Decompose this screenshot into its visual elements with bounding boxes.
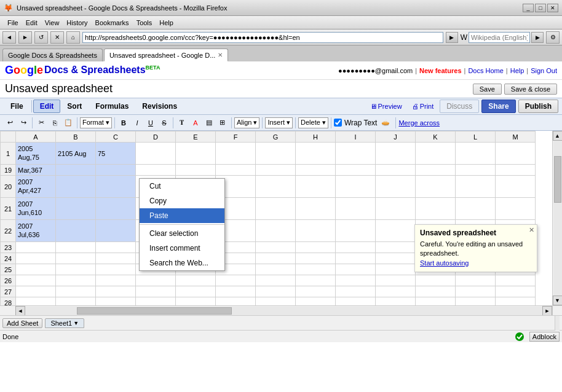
cell-h20[interactable] [296, 176, 336, 198]
scroll-down-button[interactable]: ▼ [553, 296, 563, 305]
undo-button[interactable]: ↩ [4, 117, 16, 129]
cell-h21[interactable] [296, 198, 336, 220]
docs-home-link[interactable]: Docs Home [468, 67, 503, 74]
cell-a19[interactable]: Mar,367 [16, 165, 56, 176]
font-color-button[interactable]: A [189, 117, 202, 129]
font-size-button[interactable]: 𝐓 [176, 117, 188, 129]
cell-f1[interactable] [216, 143, 256, 165]
go-button[interactable]: ▶ [446, 32, 458, 43]
refresh-button[interactable]: ↺ [34, 31, 48, 44]
cell-m20[interactable] [496, 176, 536, 198]
notification-close-button[interactable]: ✕ [529, 226, 534, 234]
scroll-thumb-v[interactable] [554, 156, 561, 203]
scroll-left-button[interactable]: ◄ [15, 306, 25, 316]
cell-k21[interactable] [416, 198, 456, 220]
cell-b22[interactable] [56, 220, 96, 242]
help-link[interactable]: Help [510, 67, 524, 74]
discuss-button[interactable]: Discuss [440, 100, 479, 113]
cell-g22[interactable] [256, 220, 296, 242]
cell-c1[interactable]: 75 [96, 143, 136, 165]
menu-bookmarks[interactable]: Bookmarks [92, 18, 133, 28]
formulas-button[interactable]: Formulas [89, 100, 135, 113]
cell-b20[interactable] [56, 176, 96, 198]
cell-j19[interactable] [376, 165, 416, 176]
cell-c21[interactable] [96, 198, 136, 220]
revisions-button[interactable]: Revisions [135, 100, 184, 113]
cell-k20[interactable] [416, 176, 456, 198]
menu-view[interactable]: View [41, 18, 63, 28]
scroll-track-h[interactable] [25, 307, 542, 315]
cell-l20[interactable] [456, 176, 496, 198]
file-button[interactable]: File [4, 100, 30, 113]
back-button[interactable]: ◄ [2, 31, 16, 44]
copy-button[interactable]: ⎘ [49, 117, 61, 129]
insert-dropdown[interactable]: Insert ▾ [265, 117, 293, 128]
new-features-link[interactable]: New features [419, 67, 461, 74]
search-go-button[interactable]: ▶ [531, 32, 544, 43]
cell-a20[interactable]: 2007 Apr,427 [16, 176, 56, 198]
pie-chart-button[interactable]: 🥧 [378, 117, 393, 129]
cell-i20[interactable] [336, 176, 376, 198]
scroll-right-button[interactable]: ► [542, 306, 552, 316]
cell-a21[interactable]: 2007 Jun,610 [16, 198, 56, 220]
redo-button[interactable]: ↪ [17, 117, 30, 129]
cell-c20[interactable] [96, 176, 136, 198]
cell-j21[interactable] [376, 198, 416, 220]
tab-spreadsheet[interactable]: Unsaved spreadsheet - Google D... ✕ [104, 49, 228, 61]
format-dropdown[interactable]: Format ▾ [80, 117, 112, 128]
add-sheet-button[interactable]: Add Sheet [2, 318, 42, 328]
cell-h22[interactable] [296, 220, 336, 242]
ctx-paste[interactable]: Paste [140, 208, 224, 223]
strikethrough-button[interactable]: S [158, 117, 170, 129]
align-dropdown[interactable]: Align ▾ [234, 117, 260, 128]
cell-j20[interactable] [376, 176, 416, 198]
cell-j22[interactable] [376, 220, 416, 242]
cell-m19[interactable] [496, 165, 536, 176]
ctx-cut[interactable]: Cut [140, 179, 224, 194]
start-autosaving-link[interactable]: Start autosaving [420, 259, 469, 267]
cell-g20[interactable] [256, 176, 296, 198]
menu-tools[interactable]: Tools [133, 18, 156, 28]
cell-i21[interactable] [336, 198, 376, 220]
edit-button[interactable]: Edit [33, 100, 61, 113]
merge-across-label[interactable]: Merge across [398, 119, 440, 127]
ctx-copy[interactable]: Copy [140, 194, 224, 208]
delete-dropdown[interactable]: Delete ▾ [298, 117, 328, 128]
grid-wrapper[interactable]: A B C D E F G H I J K L M [0, 131, 552, 305]
cell-d1[interactable] [136, 143, 176, 165]
ctx-comment[interactable]: Insert comment [140, 241, 224, 256]
cell-c22[interactable] [96, 220, 136, 242]
cell-e19[interactable] [176, 165, 216, 176]
adblock-button[interactable]: Adblock [529, 332, 560, 342]
resize-handle[interactable] [555, 316, 560, 331]
cell-a1[interactable]: 2005 Aug,75 [16, 143, 56, 165]
save-button[interactable]: Save [473, 84, 502, 95]
cell-l21[interactable] [456, 198, 496, 220]
bg-color-button[interactable]: ▤ [203, 117, 215, 129]
sheet-dropdown-icon[interactable]: ▼ [73, 320, 79, 326]
italic-button[interactable]: I [131, 117, 143, 129]
cell-g19[interactable] [256, 165, 296, 176]
cell-a22[interactable]: 2007 Jul,636 [16, 220, 56, 242]
cell-j1[interactable] [376, 143, 416, 165]
ctx-clear[interactable]: Clear selection [140, 226, 224, 241]
cell-h19[interactable] [296, 165, 336, 176]
forward-button[interactable]: ► [18, 31, 32, 44]
menu-history[interactable]: History [63, 18, 91, 28]
preview-button[interactable]: 🖥 Preview [366, 101, 406, 111]
cell-b21[interactable] [56, 198, 96, 220]
cell-h1[interactable] [296, 143, 336, 165]
search-input[interactable] [469, 32, 530, 43]
cut-button[interactable]: ✂ [35, 117, 47, 129]
minimize-button[interactable]: _ [523, 4, 534, 12]
sheet1-tab[interactable]: Sheet1 ▼ [45, 318, 84, 328]
cell-i22[interactable] [336, 220, 376, 242]
cell-k19[interactable] [416, 165, 456, 176]
menu-file[interactable]: File [4, 18, 22, 28]
cell-e1[interactable] [176, 143, 216, 165]
cell-l1[interactable] [456, 143, 496, 165]
paste-button[interactable]: 📋 [62, 117, 74, 129]
cell-g21[interactable] [256, 198, 296, 220]
scroll-track-v[interactable] [553, 141, 562, 296]
print-button[interactable]: 🖨 Print [408, 101, 438, 111]
